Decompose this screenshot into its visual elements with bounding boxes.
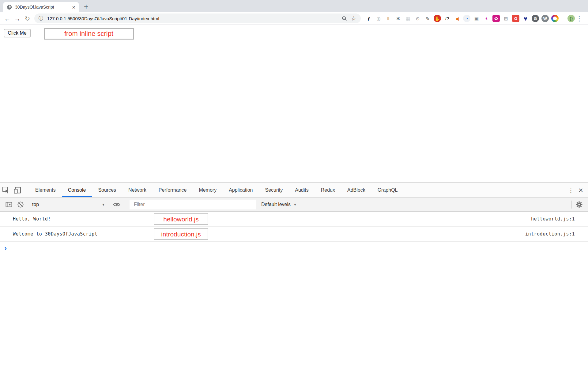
divider bbox=[25, 186, 25, 194]
devtools-tab-memory[interactable]: Memory bbox=[193, 183, 223, 197]
math-f-question-icon[interactable]: f? bbox=[443, 15, 451, 22]
devtools-tab-graphql[interactable]: GraphQL bbox=[371, 183, 404, 197]
devtools-tab-performance[interactable]: Performance bbox=[153, 183, 193, 197]
browser-menu-icon[interactable]: ⋮ bbox=[576, 15, 582, 22]
log-levels-selector[interactable]: Default levels ▼ bbox=[261, 202, 297, 207]
divider bbox=[571, 201, 572, 209]
click-me-button[interactable]: Click Me bbox=[4, 29, 31, 37]
devtools-tab-adblock[interactable]: AdBlock bbox=[341, 183, 371, 197]
grey-blocks-icon[interactable]: ⊞ bbox=[502, 15, 510, 22]
forward-icon[interactable]: → bbox=[13, 15, 23, 22]
stop-hand-icon[interactable]: ✋ bbox=[434, 15, 441, 22]
devtools-tabs: ElementsConsoleSourcesNetworkPerformance… bbox=[29, 183, 404, 197]
devtools-tab-elements[interactable]: Elements bbox=[29, 183, 62, 197]
browser-toolbar: ← → ↻ ⓘ 127.0.0.1:5500/30DaysOfJavaScrip… bbox=[0, 12, 588, 25]
console-source-link[interactable]: helloworld.js:1 bbox=[531, 216, 575, 222]
console-messages: Hello, World!helloworld.jshelloworld.js:… bbox=[0, 212, 588, 242]
chevron-down-icon: ▼ bbox=[293, 203, 297, 206]
annotation-box: introduction.js bbox=[154, 228, 208, 240]
pink-gear-box-icon[interactable]: ✿ bbox=[492, 15, 500, 22]
tab-title: 30DaysOfJavaScript bbox=[15, 5, 71, 10]
pause-columns-icon[interactable]: ‖ bbox=[385, 15, 392, 22]
console-prompt-chevron-icon: › bbox=[0, 244, 7, 252]
divider bbox=[109, 201, 109, 209]
devtools-panel: ElementsConsoleSourcesNetworkPerformance… bbox=[0, 182, 588, 368]
devtools-tab-security[interactable]: Security bbox=[259, 183, 289, 197]
console-sidebar-toggle-icon[interactable] bbox=[3, 199, 15, 210]
context-label: top bbox=[32, 202, 39, 207]
reload-icon[interactable]: ↻ bbox=[22, 15, 32, 22]
console-filter-input[interactable] bbox=[130, 200, 256, 209]
execution-context-selector[interactable]: top ▼ bbox=[32, 202, 105, 207]
new-tab-button[interactable]: + bbox=[84, 3, 89, 10]
extensions-area: ƒ◎‖✱▦⊙✎✋f?◀◔▣✶✿⊞O♥GW{} bbox=[365, 15, 575, 22]
device-toolbar-icon[interactable] bbox=[12, 185, 23, 195]
page-info-icon[interactable]: ⓘ bbox=[39, 15, 43, 22]
divider bbox=[562, 186, 562, 194]
back-icon[interactable]: ← bbox=[2, 15, 13, 22]
globe-favicon-icon bbox=[7, 5, 12, 10]
divider bbox=[124, 201, 124, 209]
divider bbox=[563, 15, 563, 21]
divider bbox=[28, 201, 28, 209]
console-message-text: Hello, World! bbox=[0, 216, 51, 222]
clear-console-icon[interactable] bbox=[15, 199, 26, 210]
console-prompt-row[interactable]: › bbox=[0, 242, 588, 255]
browser-tab-strip: 30DaysOfJavaScript × + bbox=[0, 0, 588, 12]
graphql-atom-icon[interactable]: ✶ bbox=[483, 15, 490, 22]
devtools-tab-audits[interactable]: Audits bbox=[289, 183, 315, 197]
devtools-tab-application[interactable]: Application bbox=[223, 183, 259, 197]
g-circle-icon[interactable]: G bbox=[532, 15, 539, 22]
chevron-down-icon: ▼ bbox=[102, 203, 105, 206]
tab-close-icon[interactable]: × bbox=[71, 4, 76, 10]
zoom-page-icon[interactable] bbox=[341, 16, 347, 21]
devtools-tab-console[interactable]: Console bbox=[62, 183, 92, 197]
w-circle-icon[interactable]: W bbox=[541, 15, 549, 22]
camera-icon[interactable]: ▣ bbox=[473, 15, 480, 22]
console-message-row: Hello, World!helloworld.jshelloworld.js:… bbox=[0, 212, 588, 227]
console-source-link[interactable]: introduction.js:1 bbox=[525, 231, 575, 237]
orbit-icon[interactable]: ◎ bbox=[375, 15, 382, 22]
devtools-menu-icon[interactable]: ⋮ bbox=[568, 186, 574, 194]
megaphone-icon[interactable]: ◀ bbox=[453, 15, 461, 22]
console-toolbar: top ▼ Default levels ▼ bbox=[0, 197, 588, 212]
red-bookmark-icon[interactable]: O bbox=[512, 15, 519, 22]
grid-icon[interactable]: ▦ bbox=[404, 15, 412, 22]
fontface-script-icon[interactable]: ƒ bbox=[365, 15, 372, 22]
page-content: Click Me from inline script bbox=[0, 25, 588, 182]
levels-label: Default levels bbox=[261, 202, 291, 207]
inspect-element-icon[interactable] bbox=[0, 185, 12, 195]
settings-gear-icon[interactable] bbox=[573, 199, 585, 210]
eyedropper-icon[interactable]: ✎ bbox=[424, 15, 431, 22]
devtools-tab-network[interactable]: Network bbox=[122, 183, 153, 197]
devtools-tab-sources[interactable]: Sources bbox=[92, 183, 122, 197]
inline-script-box: from inline script bbox=[44, 28, 134, 40]
green-braces-profile-icon[interactable]: {} bbox=[567, 15, 575, 22]
brackets-icon[interactable]: ⊙ bbox=[414, 15, 421, 22]
console-message-row: Welcome to 30DaysOfJavaScriptintroductio… bbox=[0, 227, 588, 242]
annotation-box: helloworld.js bbox=[154, 213, 208, 225]
bug-icon[interactable]: ✱ bbox=[394, 15, 402, 22]
swirl-circle-icon[interactable]: ◔ bbox=[463, 15, 470, 22]
url-text[interactable]: 127.0.0.1:5500/30DaysOfJavaScript/01-Day… bbox=[47, 16, 339, 21]
console-message-text: Welcome to 30DaysOfJavaScript bbox=[0, 231, 97, 237]
devtools-close-icon[interactable]: × bbox=[579, 186, 583, 194]
bookmark-star-icon[interactable]: ☆ bbox=[351, 15, 356, 21]
devtools-tab-redux[interactable]: Redux bbox=[315, 183, 341, 197]
address-bar[interactable]: ⓘ 127.0.0.1:5500/30DaysOfJavaScript/01-D… bbox=[34, 13, 361, 23]
live-expression-eye-icon[interactable] bbox=[111, 199, 123, 210]
heart-magnifier-icon[interactable]: ♥ bbox=[522, 15, 529, 22]
browser-tab[interactable]: 30DaysOfJavaScript × bbox=[3, 2, 79, 12]
color-wheel-icon[interactable] bbox=[551, 15, 559, 22]
devtools-tab-bar: ElementsConsoleSourcesNetworkPerformance… bbox=[0, 183, 588, 197]
